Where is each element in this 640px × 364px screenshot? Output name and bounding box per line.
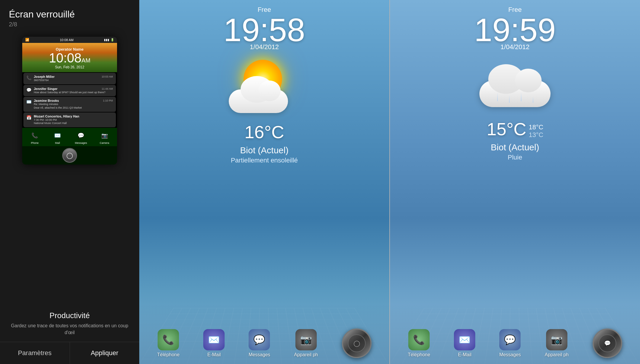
- phone-dock-icon: 📞: [29, 130, 40, 141]
- app-telephone-2[interactable]: 📞 Téléphone: [408, 329, 430, 357]
- camera-icon-2: 📷: [546, 329, 567, 350]
- phone-status-bar: 📶 10:08 AM ▮▮▮ 🔋: [22, 37, 117, 43]
- messages-icon-2: 💬: [499, 329, 521, 350]
- app-camera-1[interactable]: 📷 Appareil ph: [294, 329, 318, 357]
- wifi-icon: 📶: [25, 38, 29, 42]
- temp-with-range-2: 15°C 18°C 13°C: [487, 119, 543, 139]
- notif-header: Joseph Miller 10:03 AM: [34, 75, 113, 78]
- condition-1: Partiellement ensoleillé: [231, 157, 298, 164]
- app-email-1[interactable]: ✉️ E-Mail: [203, 329, 225, 357]
- settings-button[interactable]: Paramètres: [0, 342, 70, 364]
- email-icon: ✉️: [26, 99, 31, 104]
- messages-dock-icon: 💬: [76, 130, 86, 141]
- time-display-1: 19:58: [223, 14, 305, 46]
- notif-header: Jennifer Singer 11:44 AM: [34, 87, 113, 91]
- notif-time: 11:44 AM: [102, 87, 113, 90]
- app-messages-1[interactable]: 💬 Messages: [249, 329, 270, 357]
- notif-time: 10:03 AM: [102, 75, 113, 78]
- dock-label: Phone: [31, 141, 39, 144]
- ring-button[interactable]: ◯: [62, 148, 77, 163]
- camera-dock-icon: 📷: [99, 130, 110, 141]
- dock-item-mail[interactable]: ✉️ Mail: [52, 130, 63, 144]
- ring-dial-inner-1: ◯: [348, 334, 366, 352]
- temp-low: 13°C: [529, 131, 543, 139]
- apply-button[interactable]: Appliquer: [70, 342, 140, 364]
- app-label: E-Mail: [207, 352, 221, 357]
- email-icon-2: ✉️: [454, 329, 475, 350]
- right-panel: Free 19:58 1/04/2012 16°C Biot (Actuel) …: [139, 0, 640, 364]
- weather-screen-2: Free 19:59 1/04/2012 15°C 18°C 13°C Biot…: [390, 0, 640, 364]
- messages-overlay-icon: 💬: [604, 340, 611, 347]
- status-icons: ▮▮▮ 🔋: [104, 38, 114, 41]
- ring-dial-inner-2: 💬: [599, 334, 616, 352]
- notif-name: Jennifer Singer: [34, 87, 57, 91]
- telephone-icon-2: 📞: [408, 329, 430, 350]
- description-title: Productivité: [9, 311, 130, 320]
- notif-text: 3607559764: [34, 79, 113, 82]
- app-messages-2[interactable]: 💬 Messages: [499, 329, 521, 357]
- email-icon-1: ✉️: [203, 329, 225, 350]
- app-camera-2[interactable]: 📷 Appareil ph: [545, 329, 569, 357]
- app-label: Messages: [249, 352, 270, 357]
- screen-divider: [389, 0, 390, 364]
- left-panel: Écran verrouillé 2/8 📶 10:08 AM ▮▮▮ 🔋 Op…: [0, 0, 139, 364]
- ring-dial-2[interactable]: 💬: [593, 328, 622, 358]
- calendar-icon: 📅: [26, 115, 31, 120]
- screen-subtitle: 2/8: [9, 21, 130, 28]
- notification-list: 📞 Joseph Miller 10:03 AM 3607559764 💬 Je…: [22, 73, 117, 127]
- phone-mockup-container: 📶 10:08 AM ▮▮▮ 🔋 Operator Name 10:08AM S…: [0, 31, 139, 305]
- temp-high: 18°C: [529, 123, 543, 131]
- rain-drop: [533, 97, 533, 103]
- bottom-buttons: Paramètres Appliquer: [0, 342, 139, 364]
- app-dock-1: 📞 Téléphone ✉️ E-Mail 💬 Messages 📷 Appar…: [139, 324, 389, 364]
- battery-icon: 🔋: [111, 38, 114, 41]
- weather-screen-1: Free 19:58 1/04/2012 16°C Biot (Actuel) …: [139, 0, 389, 364]
- date-display-2: 1/04/2012: [500, 43, 529, 51]
- status-time: 10:08 AM: [60, 38, 73, 42]
- description-text: Gardez une trace de toutes vos notificat…: [9, 323, 130, 336]
- notif-name: Mozart Concertos, Hilary Han: [34, 115, 79, 118]
- notif-content: Mozart Concertos, Hilary Han 7:30 PM -10…: [34, 115, 113, 125]
- app-telephone-1[interactable]: 📞 Téléphone: [157, 329, 180, 357]
- app-label: Appareil ph: [545, 352, 569, 357]
- notif-content: Jasmine Brooks 1:10 PM Re: Meeting minut…: [34, 99, 113, 109]
- messages-icon-1: 💬: [249, 329, 270, 350]
- app-dock-2: 📞 Téléphone ✉️ E-Mail 💬 Messages 📷 Appar…: [390, 324, 640, 364]
- rain-drop: [497, 92, 498, 101]
- notif-header: Jasmine Brooks 1:10 PM: [34, 99, 113, 102]
- left-header: Écran verrouillé 2/8: [0, 0, 139, 31]
- dock-item-messages[interactable]: 💬 Messages: [75, 130, 87, 144]
- call-icon: 📞: [26, 75, 31, 80]
- phone-dock: 📞 Phone ✉️ Mail 💬 Messages 📷 Camera: [22, 128, 117, 146]
- list-item: 💬 Jennifer Singer 11:44 AM How about Sat…: [23, 85, 116, 96]
- list-item: 📅 Mozart Concertos, Hilary Han 7:30 PM -…: [23, 112, 116, 127]
- app-email-2[interactable]: ✉️ E-Mail: [454, 329, 475, 357]
- app-label: Messages: [499, 352, 521, 357]
- phone-bottom: ◯: [22, 146, 117, 165]
- location-1: Biot (Actuel): [240, 145, 288, 155]
- dock-label: Messages: [75, 141, 87, 144]
- phone-time: 10:08AM: [27, 51, 112, 65]
- dock-label: Mail: [55, 141, 60, 144]
- temp-range: 18°C 13°C: [529, 123, 543, 139]
- cloud-icon: [229, 89, 288, 113]
- temp-display-1: 16°C: [244, 122, 284, 142]
- dock-item-phone[interactable]: 📞 Phone: [29, 130, 40, 144]
- notif-time: 1:10 PM: [103, 99, 113, 102]
- notif-text: Re: Meeting minutesDear All, attached is…: [34, 103, 113, 109]
- dock-item-camera[interactable]: 📷 Camera: [99, 130, 110, 144]
- signal-icon: ▮▮▮: [104, 38, 109, 41]
- app-label: Appareil ph: [294, 352, 318, 357]
- notif-header: Mozart Concertos, Hilary Han: [34, 115, 113, 118]
- list-item: ✉️ Jasmine Brooks 1:10 PM Re: Meeting mi…: [23, 97, 116, 112]
- time-display-2: 19:59: [474, 14, 556, 46]
- ring-dial-1[interactable]: ◯: [342, 328, 372, 358]
- app-label: Téléphone: [408, 352, 430, 357]
- weather-icon-2: [473, 57, 556, 116]
- notif-content: Jennifer Singer 11:44 AM How about Satur…: [34, 87, 113, 94]
- weather-icon-1: [220, 54, 309, 119]
- dock-label: Camera: [100, 141, 109, 144]
- date-display-1: 1/04/2012: [250, 43, 279, 51]
- phone-mockup: 📶 10:08 AM ▮▮▮ 🔋 Operator Name 10:08AM S…: [22, 37, 117, 165]
- rain-drop: [509, 95, 510, 103]
